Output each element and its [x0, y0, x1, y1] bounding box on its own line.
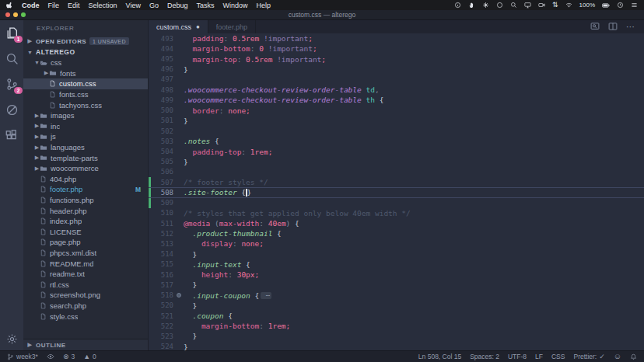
menu-go[interactable]: Go [149, 2, 159, 9]
warnings-status[interactable]: ▲0 [83, 353, 96, 360]
extensions-icon[interactable] [5, 128, 19, 142]
code-line-514[interactable]: 514 } [149, 249, 644, 259]
code-line-515[interactable]: 515 .input-text { [149, 259, 644, 270]
updown-icon[interactable]: ⇅ [552, 2, 558, 9]
code-line-509[interactable]: 509 [149, 198, 644, 208]
line-number[interactable]: 493 [149, 35, 173, 43]
folder-css[interactable]: ▼css [23, 57, 148, 68]
explorer-icon[interactable]: 1 [5, 26, 19, 40]
code-line-507[interactable]: 507/* footer styles */ [149, 177, 644, 187]
menu-debug[interactable]: Debug [167, 2, 188, 9]
menu-edit[interactable]: Edit [68, 2, 80, 9]
line-number[interactable]: 498 [149, 86, 173, 94]
info-circle-icon[interactable] [454, 2, 461, 9]
code-line-501[interactable]: 501} [149, 116, 644, 126]
line-number[interactable]: 502 [149, 127, 173, 135]
line-number[interactable]: 512 [149, 230, 173, 238]
circle-icon[interactable] [496, 2, 503, 9]
code-line-504[interactable]: 504 padding-top: 1rem; [149, 146, 644, 156]
indentation[interactable]: Spaces: 2 [470, 353, 499, 360]
line-number[interactable]: 520 [149, 301, 173, 309]
outline-section[interactable]: ▶ OUTLINE [23, 339, 148, 350]
cursor-position[interactable]: Ln 508, Col 15 [418, 353, 461, 360]
code-line-522[interactable]: 522 margin-bottom: 1rem; [149, 321, 644, 331]
battery-icon[interactable] [602, 2, 610, 9]
line-number[interactable]: 495 [149, 55, 173, 63]
code-line-502[interactable]: 502 [149, 126, 644, 136]
file-readme-txt[interactable]: readme.txt [23, 269, 148, 280]
file-custom-css[interactable]: custom.css [23, 78, 148, 89]
feedback-smiley[interactable]: ☺ [614, 353, 621, 360]
code-line-510[interactable]: 510/* styles that get applied only below… [149, 208, 644, 218]
line-number[interactable]: 500 [149, 106, 173, 114]
code-line-493[interactable]: 493 padding: 0.5rem !important; [149, 33, 644, 44]
menu-selection[interactable]: Selection [89, 2, 117, 9]
code-line-494[interactable]: 494 margin-bottom: 0 !important; [149, 44, 644, 54]
line-number[interactable]: 503 [149, 137, 173, 145]
eol[interactable]: LF [535, 353, 543, 360]
code-line-524[interactable]: 524} [149, 342, 644, 350]
line-number[interactable]: 499 [149, 96, 173, 104]
line-number[interactable]: 508 [149, 189, 173, 197]
folder-languages[interactable]: ▶languages [23, 142, 148, 153]
code-line-517[interactable]: 517 } [149, 280, 644, 290]
open-preview-icon[interactable] [590, 20, 600, 34]
code-line-500[interactable]: 500 border: none; [149, 106, 644, 116]
unsaved-dot-icon[interactable]: ● [196, 24, 200, 30]
flower-icon[interactable] [482, 2, 489, 9]
code-line-518[interactable]: 518 .input-coupon { ⋯ [149, 290, 644, 300]
display-icon[interactable] [524, 2, 531, 9]
menu-tasks[interactable]: Tasks [196, 2, 214, 9]
code-line-512[interactable]: 512 .product-thumbnail { [149, 228, 644, 238]
minimize-window-button[interactable] [13, 12, 18, 17]
more-actions-icon[interactable]: ⋯ [626, 23, 635, 31]
code-line-513[interactable]: 513 display: none; [149, 238, 644, 249]
language-mode[interactable]: CSS [551, 353, 565, 360]
prettier-status[interactable]: Prettier:✓ [573, 353, 604, 360]
file-404-php[interactable]: 404.php [23, 174, 148, 185]
file-header-php[interactable]: header.php [23, 205, 148, 216]
code-line-497[interactable]: 497 [149, 75, 644, 85]
file-style-css[interactable]: style.css [23, 311, 148, 322]
line-number[interactable]: 521 [149, 312, 173, 320]
line-number[interactable]: 516 [149, 271, 173, 279]
source-control-icon[interactable]: 2 [5, 77, 19, 91]
menu-help[interactable]: Help [257, 2, 271, 9]
file-rtl-css[interactable]: rtl.css [23, 279, 148, 290]
line-number[interactable]: 507 [149, 179, 173, 186]
folder-images[interactable]: ▶images [23, 110, 148, 121]
code-line-499[interactable]: 499.woocommerce-checkout-review-order-ta… [149, 95, 644, 105]
file-readme-md[interactable]: README.md [23, 258, 148, 269]
file-screenshot-png[interactable]: screenshot.png [23, 290, 148, 301]
menu-file[interactable]: File [48, 2, 60, 9]
menu-app-name[interactable]: Code [22, 2, 40, 9]
code-line-521[interactable]: 521 .coupon { [149, 311, 644, 321]
code-line-503[interactable]: 503.notes { [149, 136, 644, 146]
code-line-511[interactable]: 511@media (max-width: 40em) { [149, 218, 644, 228]
code-line-508[interactable]: 508.site-footer {} [149, 187, 644, 197]
line-number[interactable]: 496 [149, 65, 173, 73]
line-number[interactable]: 501 [149, 117, 173, 124]
search-icon[interactable] [5, 51, 19, 65]
code-line-495[interactable]: 495 margin-top: 0.5rem !important; [149, 54, 644, 64]
folder-template-parts[interactable]: ▶template-parts [23, 152, 148, 163]
list-icon[interactable] [631, 2, 638, 9]
file-search-php[interactable]: search.php [23, 301, 148, 312]
camera-icon[interactable] [538, 2, 545, 9]
line-number[interactable]: 504 [149, 148, 173, 155]
fold-indicator-icon[interactable] [173, 293, 184, 298]
line-number[interactable]: 513 [149, 240, 173, 248]
line-number[interactable]: 524 [149, 343, 173, 350]
code-line-506[interactable]: 506 [149, 167, 644, 177]
watch-status[interactable] [47, 353, 54, 360]
search-icon[interactable] [510, 2, 517, 9]
folder-js[interactable]: ▶js [23, 131, 148, 142]
line-number[interactable]: 497 [149, 75, 173, 83]
line-number[interactable]: 509 [149, 199, 173, 207]
file-footer-php[interactable]: footer.phpM [23, 184, 148, 195]
tab-footer-php[interactable]: footer.php [208, 20, 256, 33]
workspace-root[interactable]: ▼ ALTEREGO [23, 47, 148, 57]
notifications-bell[interactable] [630, 353, 637, 360]
code-line-496[interactable]: 496} [149, 64, 644, 75]
code-line-498[interactable]: 498.woocommerce-checkout-review-order-ta… [149, 85, 644, 95]
